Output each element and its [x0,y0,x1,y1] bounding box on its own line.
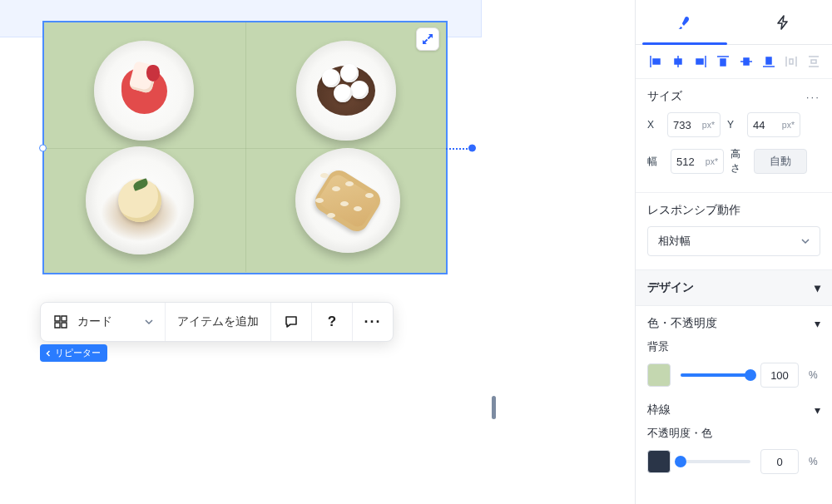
design-tab[interactable] [636,0,734,44]
align-left-button[interactable] [646,52,666,72]
food-image [121,68,167,114]
inspector-tabs [636,0,832,45]
alignment-toolbar [636,45,832,79]
design-collapse-button[interactable]: ▾ [815,281,820,294]
height-input[interactable]: 自動 [754,149,807,174]
card-item[interactable] [296,41,396,141]
floating-toolbar: カード アイテムを追加 ? ··· [40,302,394,342]
selected-repeater[interactable] [42,21,448,274]
snap-guide [446,148,471,150]
border-label: 枠線 [647,403,671,418]
background-opacity-slider[interactable] [681,367,750,383]
add-item-label: アイテムを追加 [177,314,259,329]
food-image [118,179,161,222]
chevron-down-icon [801,237,810,245]
interactions-tab[interactable] [734,0,832,44]
distribute-v-button[interactable] [804,52,824,72]
resize-handle-right[interactable] [468,144,476,151]
border-opacity-slider[interactable] [681,453,750,470]
card-item[interactable] [86,146,194,254]
responsive-section-label: レスポンシブ動作 [647,203,740,218]
inspector-panel: サイズ ··· X 733 px* Y 44 px* 幅 512 px* 高さ … [635,0,832,504]
border-collapse-button[interactable]: ▾ [815,403,820,417]
border-color-swatch[interactable] [647,450,671,473]
width-input[interactable]: 512 px* [671,149,724,174]
responsive-select[interactable]: 相対幅 [647,226,820,256]
border-opacity-input[interactable]: 0 [760,449,799,474]
layout-dropdown[interactable]: カード [41,303,166,341]
background-color-swatch[interactable] [647,363,671,387]
scroll-indicator[interactable] [492,396,496,419]
y-label: Y [727,119,740,131]
width-label: 幅 [647,155,664,169]
expand-icon [421,32,434,46]
distribute-h-button[interactable] [781,52,801,72]
design-section-label: デザイン [647,280,694,295]
layout-dropdown-label: カード [77,314,112,329]
align-bottom-button[interactable] [759,52,779,72]
help-icon: ? [324,314,340,330]
canvas-area[interactable]: カード アイテムを追加 ? ··· リピーター [0,0,624,504]
food-image [317,66,375,116]
more-icon: ··· [364,314,381,330]
help-button[interactable]: ? [312,303,353,341]
x-label: X [647,119,661,131]
align-top-button[interactable] [713,52,733,72]
brush-icon [676,14,693,31]
repeater-tag-label: リピーター [55,347,101,359]
chevron-left-icon [45,350,52,357]
repeater-breadcrumb-tag[interactable]: リピーター [40,344,107,362]
more-button[interactable]: ··· [353,303,393,341]
size-more-button[interactable]: ··· [806,91,820,103]
add-item-button[interactable]: アイテムを追加 [166,303,271,341]
chevron-down-icon [145,318,153,326]
align-hcenter-button[interactable] [668,52,688,72]
y-input[interactable]: 44 px* [747,112,800,137]
color-opacity-collapse-button[interactable]: ▾ [815,317,820,330]
align-right-button[interactable] [691,52,711,72]
align-vcenter-button[interactable] [736,52,756,72]
background-label: 背景 [647,339,820,354]
comment-button[interactable] [271,303,312,341]
color-opacity-label: 色・不透明度 [647,316,717,331]
responsive-select-value: 相対幅 [658,234,691,249]
resize-handle-left[interactable] [39,144,47,151]
height-label: 高さ [730,147,747,175]
size-section-label: サイズ [647,89,682,104]
lightning-icon [775,15,790,30]
card-item[interactable] [94,41,194,141]
card-item[interactable] [295,148,400,253]
border-opacity-color-label: 不透明度・色 [647,426,820,441]
grid-icon [52,314,69,330]
comment-icon [283,314,300,330]
x-input[interactable]: 733 px* [667,112,721,137]
background-opacity-input[interactable]: 100 [760,363,799,388]
expand-button[interactable] [416,27,439,51]
